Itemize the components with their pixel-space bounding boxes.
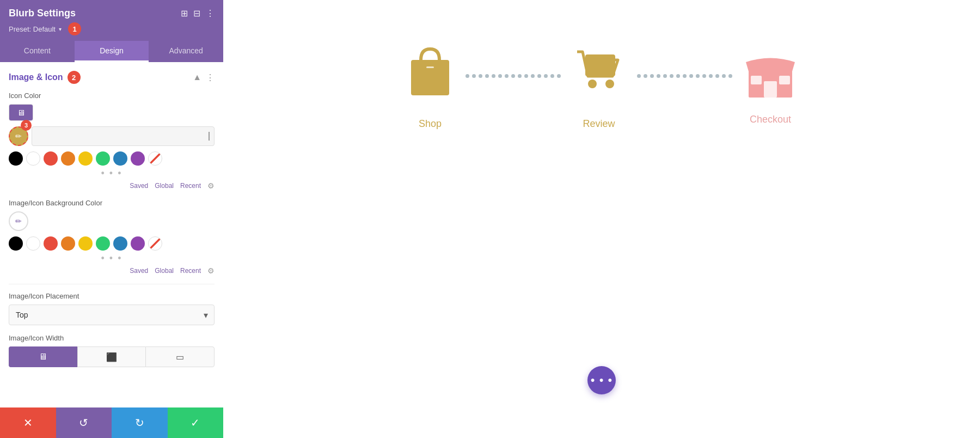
dot xyxy=(550,74,554,78)
step-review: Review xyxy=(572,44,626,130)
dot xyxy=(511,74,515,78)
fab-button[interactable]: • • • xyxy=(587,366,616,394)
palette-tabs-bg: Saved Global Recent ⚙ xyxy=(9,266,215,275)
dot xyxy=(722,74,726,78)
badge-2: 2 xyxy=(68,71,81,84)
swatch-black[interactable] xyxy=(9,151,23,166)
tab-design[interactable]: Design xyxy=(75,41,149,62)
header-icons: ⊞ ⊟ ⋮ xyxy=(181,8,215,19)
pencil-icon: ✏ xyxy=(15,132,22,141)
icon-color-picker-btn[interactable]: ✏ 3 xyxy=(9,126,28,146)
icon-color-label: Icon Color xyxy=(9,92,215,100)
svg-point-3 xyxy=(588,80,597,88)
section-header: Image & Icon 2 ▲ ⋮ xyxy=(9,71,215,84)
width-btn-mobile[interactable]: ▭ xyxy=(145,346,215,367)
svg-rect-9 xyxy=(779,76,790,84)
swatch-orange[interactable] xyxy=(61,151,75,166)
collapse-icon[interactable]: ▲ xyxy=(193,72,201,82)
bg-color-swatches xyxy=(9,236,215,251)
width-label: Image/Icon Width xyxy=(9,334,215,342)
bg-swatch-white[interactable] xyxy=(26,236,40,251)
checkout-icon xyxy=(743,48,798,105)
dot xyxy=(492,74,495,78)
placement-dropdown-wrapper: Top Left Right Bottom xyxy=(9,305,215,325)
dot xyxy=(670,74,673,78)
expand-icon[interactable]: ⊞ xyxy=(181,8,188,19)
width-btn-tablet[interactable]: ⬛ xyxy=(77,346,146,367)
bg-palette-tab-global[interactable]: Global xyxy=(155,267,174,275)
swatch-green[interactable] xyxy=(96,151,110,166)
palette-gear-icon[interactable]: ⚙ xyxy=(207,181,215,190)
bg-swatch-black[interactable] xyxy=(9,236,23,251)
desktop-btn-icon[interactable]: 🖥 xyxy=(9,105,33,120)
palette-tab-saved[interactable]: Saved xyxy=(130,182,148,190)
icon-color-hex-field[interactable] xyxy=(32,126,215,146)
svg-rect-2 xyxy=(585,54,615,76)
dot xyxy=(531,74,535,78)
dot xyxy=(524,74,528,78)
review-label: Review xyxy=(583,118,615,130)
connector-1 xyxy=(455,74,572,100)
swatch-purple[interactable] xyxy=(131,151,145,166)
svg-point-4 xyxy=(605,80,614,88)
bg-swatch-purple[interactable] xyxy=(131,236,145,251)
svg-rect-7 xyxy=(764,81,777,98)
palette-tab-recent[interactable]: Recent xyxy=(180,182,201,190)
palette-tabs-icon: Saved Global Recent ⚙ xyxy=(9,181,215,190)
cursor-indicator xyxy=(209,132,210,141)
bg-swatch-none[interactable] xyxy=(148,236,162,251)
svg-rect-0 xyxy=(411,60,449,95)
bg-palette-gear-icon[interactable]: ⚙ xyxy=(207,266,215,275)
cancel-button[interactable]: ✕ xyxy=(0,407,56,438)
dot xyxy=(709,74,713,78)
bg-palette-tab-saved[interactable]: Saved xyxy=(130,267,148,275)
badge-3: 3 xyxy=(21,120,32,131)
swatch-yellow[interactable] xyxy=(78,151,93,166)
fab-icon: • • • xyxy=(591,373,612,387)
bg-palette-tab-recent[interactable]: Recent xyxy=(180,267,201,275)
dot xyxy=(689,74,693,78)
width-btn-desktop[interactable]: 🖥 xyxy=(9,346,77,367)
bg-swatch-yellow[interactable] xyxy=(78,236,93,251)
dot xyxy=(537,74,541,78)
grid-icon[interactable]: ⊟ xyxy=(193,8,200,19)
preset-label[interactable]: Preset: Default xyxy=(9,25,56,33)
bottom-toolbar: ✕ ↺ ↻ ✓ xyxy=(0,407,223,438)
dot xyxy=(485,74,489,78)
shop-icon xyxy=(406,44,455,110)
placement-select[interactable]: Top Left Right Bottom xyxy=(9,305,215,325)
right-canvas: Shop xyxy=(223,0,980,438)
bg-color-picker-btn[interactable]: ✏ xyxy=(9,211,28,231)
preset-arrow[interactable]: ▾ xyxy=(59,26,62,32)
drag-handle-bg-color[interactable]: • • • xyxy=(9,253,215,264)
pencil-icon-bg: ✏ xyxy=(15,217,22,226)
bg-swatch-red[interactable] xyxy=(44,236,58,251)
swatch-blue[interactable] xyxy=(113,151,127,166)
swatch-white[interactable] xyxy=(26,151,40,166)
dot xyxy=(683,74,687,78)
bg-color-label: Image/Icon Background Color xyxy=(9,199,215,207)
tab-content[interactable]: Content xyxy=(0,41,75,62)
panel-title: Blurb Settings xyxy=(9,8,76,19)
bg-swatch-orange[interactable] xyxy=(61,236,75,251)
drag-handle-icon-color[interactable]: • • • xyxy=(9,168,215,179)
palette-tab-global[interactable]: Global xyxy=(155,182,174,190)
panel-content: Image & Icon 2 ▲ ⋮ Icon Color 🖥 ✏ 3 xyxy=(0,62,223,407)
dot xyxy=(518,74,522,78)
placement-label: Image/Icon Placement xyxy=(9,292,215,300)
shop-label: Shop xyxy=(419,118,442,130)
bg-swatch-blue[interactable] xyxy=(113,236,127,251)
bg-swatch-green[interactable] xyxy=(96,236,110,251)
swatch-red[interactable] xyxy=(44,151,58,166)
section-menu-icon[interactable]: ⋮ xyxy=(206,72,215,83)
section-title-text: Image & Icon xyxy=(9,72,63,82)
save-button[interactable]: ✓ xyxy=(168,407,224,438)
tab-advanced[interactable]: Advanced xyxy=(149,41,223,62)
section-title: Image & Icon 2 xyxy=(9,71,81,84)
undo-button[interactable]: ↺ xyxy=(56,407,112,438)
separator-1 xyxy=(9,284,215,284)
swatch-none[interactable] xyxy=(148,151,162,166)
more-icon[interactable]: ⋮ xyxy=(206,8,215,19)
redo-button[interactable]: ↻ xyxy=(112,407,168,438)
svg-rect-1 xyxy=(426,66,434,68)
